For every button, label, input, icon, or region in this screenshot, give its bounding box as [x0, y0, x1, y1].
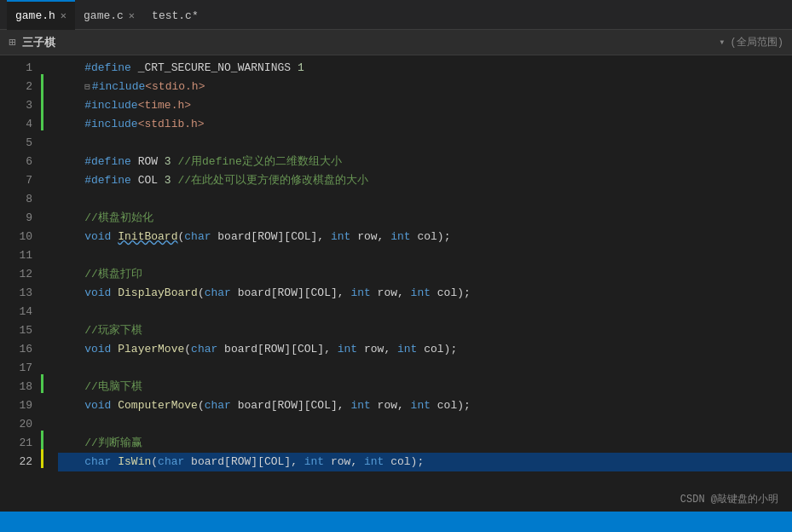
code-line-1: #define _CRT_SECURE_NO_WARNINGS 1: [58, 59, 792, 78]
ln-20: 20: [0, 415, 41, 434]
ind-16: [41, 337, 43, 356]
code-line-10: void InitBoard(char board[ROW][COL], int…: [58, 228, 792, 246]
code-editor[interactable]: #define _CRT_SECURE_NO_WARNINGS 1 ⊟#incl…: [53, 55, 792, 512]
ln-1: 1: [0, 59, 41, 78]
code-line-17: [58, 359, 792, 378]
ind-21: [41, 431, 43, 449]
ind-17: [41, 356, 43, 374]
code-line-21: //判断输赢: [58, 434, 792, 453]
code-line-22: char IsWin(char board[ROW][COL], int row…: [58, 453, 792, 471]
ln-14: 14: [0, 303, 41, 321]
code-line-15: //玩家下棋: [58, 321, 792, 340]
ind-11: [41, 243, 43, 262]
ind-9: [41, 205, 43, 224]
code-line-20: [58, 415, 792, 434]
ind-18: [41, 374, 43, 393]
ind-19: [41, 393, 43, 412]
code-line-9: //棋盘初始化: [58, 209, 792, 228]
ln-16: 16: [0, 340, 41, 359]
scope-arrow[interactable]: ▾: [719, 36, 725, 49]
ln-4: 4: [0, 115, 41, 134]
collapse-icon-2[interactable]: ⊟: [84, 78, 90, 96]
ind-22: [41, 449, 43, 468]
ind-13: [41, 280, 43, 299]
tab-game-c-label: game.c: [84, 9, 124, 22]
tab-game-h[interactable]: game.h ✕: [7, 0, 75, 30]
code-line-14: [58, 303, 792, 321]
ind-1: [41, 55, 43, 74]
code-line-16: void PlayerMove(char board[ROW][COL], in…: [58, 340, 792, 359]
ind-5: [41, 130, 43, 149]
toolbar: ⊞ 三子棋 ▾ (全局范围): [0, 30, 792, 55]
ind-3: [41, 93, 43, 112]
scope-label: (全局范围): [731, 35, 783, 49]
status-bar: [0, 512, 792, 532]
ind-20: [41, 412, 43, 431]
ln-17: 17: [0, 359, 41, 378]
ln-7: 7: [0, 171, 41, 190]
code-1-text: [58, 59, 84, 78]
code-line-5: [58, 134, 792, 153]
watermark: CSDN @敲键盘的小明: [680, 492, 778, 506]
code-line-7: #define COL 3 //在此处可以更方便的修改棋盘的大小: [58, 171, 792, 190]
code-line-4: #include<stdlib.h>: [58, 115, 792, 134]
indicator-column: [41, 55, 53, 512]
code-line-18: //电脑下棋: [58, 378, 792, 396]
code-line-11: [58, 246, 792, 265]
code-line-3: #include<time.h>: [58, 96, 792, 115]
project-title: 三子棋: [22, 35, 55, 50]
ln-10: 10: [0, 228, 41, 246]
ind-2: [41, 74, 43, 93]
ind-15: [41, 318, 43, 337]
ind-4: [41, 112, 43, 130]
ln-2: 2: [0, 78, 41, 96]
tab-game-h-label: game.h: [15, 9, 55, 22]
code-line-19: void ComputerMove(char board[ROW][COL], …: [58, 396, 792, 415]
ind-14: [41, 299, 43, 318]
ln-19: 19: [0, 396, 41, 415]
ln-12: 12: [0, 265, 41, 284]
ln-13: 13: [0, 284, 41, 303]
toolbar-right: ▾ (全局范围): [719, 35, 783, 49]
tab-game-c-close[interactable]: ✕: [129, 9, 135, 22]
ln-15: 15: [0, 321, 41, 340]
ln-5: 5: [0, 134, 41, 153]
tab-game-c[interactable]: game.c ✕: [75, 0, 143, 30]
code-line-13: void DisplayBoard(char board[ROW][COL], …: [58, 284, 792, 303]
code-line-6: #define ROW 3 //用define定义的二维数组大小: [58, 153, 792, 171]
line-numbers: 1 2 3 4 5 6 7 8 9 10 11 12 13 14 15 16 1…: [0, 55, 41, 512]
toolbar-icon: ⊞: [9, 35, 15, 49]
code-line-8: [58, 190, 792, 209]
ln-9: 9: [0, 209, 41, 228]
code-line-2: ⊟#include<stdio.h>: [58, 78, 792, 96]
ln-3: 3: [0, 96, 41, 115]
ind-7: [41, 168, 43, 187]
code-line-12: //棋盘打印: [58, 265, 792, 284]
ind-6: [41, 149, 43, 168]
title-bar: game.h ✕ game.c ✕ test.c*: [0, 0, 792, 30]
ln-8: 8: [0, 190, 41, 209]
ind-12: [41, 262, 43, 280]
ln-22: 22: [0, 453, 41, 471]
ind-8: [41, 187, 43, 205]
tab-test-c-label: test.c*: [152, 9, 199, 22]
ln-6: 6: [0, 153, 41, 171]
ln-11: 11: [0, 246, 41, 265]
code-container: 1 2 3 4 5 6 7 8 9 10 11 12 13 14 15 16 1…: [0, 55, 792, 512]
ind-10: [41, 224, 43, 243]
tab-test-c[interactable]: test.c*: [143, 0, 207, 30]
ln-18: 18: [0, 378, 41, 396]
tab-game-h-close[interactable]: ✕: [61, 9, 66, 22]
ln-21: 21: [0, 434, 41, 453]
